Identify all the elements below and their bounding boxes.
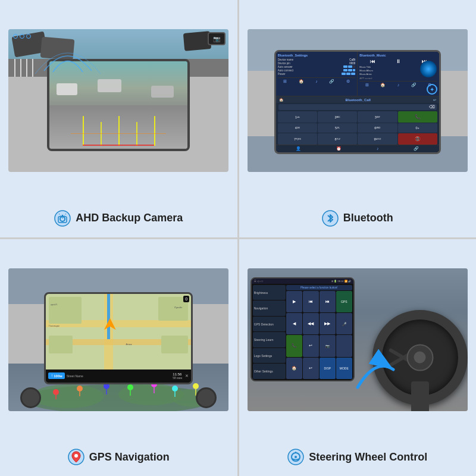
svg-point-19 — [127, 384, 133, 390]
camera-indicator: 📷 — [208, 32, 226, 45]
sensor-indicators — [13, 34, 31, 39]
svg-point-13 — [53, 389, 59, 395]
cell-gps: 0 просп. Газовщик Лукойл Атакк ↑ 100м — [0, 239, 237, 477]
backup-camera-image: 📷 — [0, 0, 237, 202]
backup-camera-label: AHD Backup Camera — [0, 205, 237, 230]
svg-point-23 — [172, 386, 178, 392]
bt-settings-title: Bluetooth_Settings — [278, 54, 356, 57]
backup-camera-title: AHD Backup Camera — [76, 212, 183, 224]
gps-image: 0 просп. Газовщик Лукойл Атакк ↑ 100м — [0, 239, 237, 441]
steering-icon — [287, 449, 304, 465]
svg-point-10 — [32, 384, 104, 408]
svg-point-29 — [74, 454, 78, 458]
steering-label: Steering Wheel Control — [239, 444, 477, 469]
gps-label: GPS Navigation — [0, 444, 237, 469]
gps-icon — [68, 449, 84, 465]
steering-image: ☰ ◁ ○ □ ⊞ 🔋 08:14 📶 🔊 Brightness Navigat… — [239, 239, 477, 441]
cell-bluetooth: Bluetooth_Settings Device nameCaBt Devic… — [239, 0, 477, 237]
camera-icon — [54, 210, 71, 227]
bluetooth-title: Bluetooth — [343, 212, 393, 224]
bluetooth-image: Bluetooth_Settings Device nameCaBt Devic… — [239, 0, 477, 202]
svg-point-34 — [295, 456, 297, 458]
cell-steering: ☰ ◁ ○ □ ⊞ 🔋 08:14 📶 🔊 Brightness Navigat… — [239, 239, 477, 477]
svg-point-25 — [193, 383, 199, 389]
svg-point-15 — [77, 386, 83, 392]
bluetooth-icon — [322, 210, 339, 227]
bt-music-title: Bluetooth_Music — [359, 54, 437, 57]
gps-title: GPS Navigation — [89, 451, 170, 464]
control-arrow — [352, 346, 399, 393]
bluetooth-label: Bluetooth — [239, 205, 477, 230]
bt-call-title: Bluetooth_Call — [346, 98, 371, 102]
steering-title: Steering Wheel Control — [309, 451, 427, 464]
cell-backup-camera: 📷 — [0, 0, 237, 237]
feature-grid: 📷 — [0, 0, 476, 476]
